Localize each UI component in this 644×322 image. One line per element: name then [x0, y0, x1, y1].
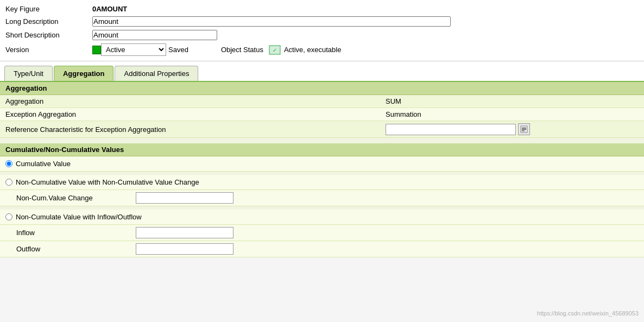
- reference-characteristic-label: Reference Characteristic for Exception A…: [5, 125, 386, 134]
- key-figure-value: 0AMOUNT: [92, 5, 127, 13]
- reference-characteristic-value: [386, 123, 639, 135]
- short-desc-label: Short Description: [5, 31, 92, 39]
- non-cumulative-change-label: Non-Cumulative Value with Non-Cumulative…: [16, 178, 199, 186]
- non-cumulative-change-radio-row: Non-Cumulative Value with Non-Cumulative…: [0, 175, 644, 190]
- aggregation-section-header: Aggregation: [0, 82, 644, 95]
- aggregation-field-value: SUM: [386, 97, 639, 105]
- non-cumulate-inflow-label: Non-Cumulate Value with Inflow/Outflow: [16, 213, 142, 221]
- tab-type-unit[interactable]: Type/Unit: [4, 66, 53, 81]
- outflow-row: Outflow: [0, 241, 644, 257]
- tab-additional-properties[interactable]: Additional Properties: [115, 66, 198, 81]
- non-cum-value-change-input[interactable]: [136, 192, 233, 204]
- content-area: Aggregation Aggregation SUM Exception Ag…: [0, 82, 644, 257]
- svg-rect-3: [522, 128, 526, 129]
- section-gap-1: [0, 138, 644, 143]
- outflow-input[interactable]: [136, 243, 233, 255]
- outflow-value: [136, 243, 233, 255]
- aggregation-field-label: Aggregation: [5, 97, 386, 105]
- aggregation-field-row: Aggregation SUM: [0, 95, 644, 108]
- svg-text:✓: ✓: [273, 47, 277, 53]
- tabs-container: Type/Unit Aggregation Additional Propert…: [0, 61, 644, 82]
- non-cumulative-change-radio[interactable]: [5, 179, 12, 186]
- svg-rect-4: [522, 129, 526, 130]
- cumulative-value-radio[interactable]: [5, 160, 12, 167]
- non-cumulate-inflow-radio-row: Non-Cumulate Value with Inflow/Outflow: [0, 210, 644, 225]
- object-status-label: Object Status: [221, 46, 263, 54]
- non-cum-value-change-value: [136, 192, 233, 204]
- outflow-label: Outflow: [16, 245, 136, 253]
- tab-additional-properties-label: Additional Properties: [124, 70, 189, 78]
- cumulative-value-label: Cumulative Value: [16, 160, 71, 168]
- non-cum-value-change-label: Non-Cum.Value Change: [16, 194, 136, 202]
- inflow-row: Inflow: [0, 225, 644, 241]
- tabs: Type/Unit Aggregation Additional Propert…: [4, 66, 644, 81]
- long-desc-row: Long Description: [5, 15, 639, 28]
- inflow-value: [136, 227, 233, 238]
- reference-characteristic-field-row: Reference Characteristic for Exception A…: [0, 121, 644, 138]
- active-executable-text: Active, executable: [284, 46, 342, 54]
- cumulative-section: Cumulative/Non-Cumulative Values Cumulat…: [0, 143, 644, 257]
- browse-icon: [520, 125, 528, 133]
- long-desc-input[interactable]: [92, 16, 451, 27]
- cumulative-value-radio-row: Cumulative Value: [0, 156, 644, 172]
- reference-characteristic-input[interactable]: [386, 124, 516, 135]
- version-label: Version: [5, 46, 92, 54]
- status-icon: ✓: [269, 45, 281, 55]
- exception-aggregation-field-row: Exception Aggregation Summation: [0, 108, 644, 121]
- reference-characteristic-browse-button[interactable]: [518, 123, 530, 135]
- key-figure-row: Key Figure 0AMOUNT: [5, 3, 639, 15]
- tab-aggregation[interactable]: Aggregation: [54, 66, 114, 81]
- non-cum-value-change-row: Non-Cum.Value Change: [0, 190, 644, 206]
- long-desc-label: Long Description: [5, 17, 92, 26]
- key-figure-label: Key Figure: [5, 5, 92, 13]
- status-icon-svg: ✓: [269, 45, 281, 55]
- tab-type-unit-label: Type/Unit: [14, 70, 43, 78]
- inflow-input[interactable]: [136, 227, 233, 238]
- non-cumulate-inflow-radio[interactable]: [5, 213, 12, 220]
- header-section: Key Figure 0AMOUNT Long Description Shor…: [0, 0, 644, 61]
- aggregation-section: Aggregation Aggregation SUM Exception Ag…: [0, 82, 644, 138]
- cumulative-section-header: Cumulative/Non-Cumulative Values: [0, 143, 644, 156]
- inflow-label: Inflow: [16, 229, 136, 237]
- version-row: Version Active Inactive Saved Object Sta…: [5, 42, 639, 58]
- short-desc-row: Short Description: [5, 28, 639, 42]
- tab-aggregation-label: Aggregation: [63, 70, 105, 78]
- saved-text: Saved: [168, 46, 188, 54]
- version-green-indicator: [92, 46, 101, 54]
- version-select[interactable]: Active Inactive: [101, 43, 166, 56]
- svg-rect-5: [522, 130, 525, 131]
- exception-aggregation-label: Exception Aggregation: [5, 110, 386, 118]
- exception-aggregation-value: Summation: [386, 110, 639, 118]
- short-desc-input[interactable]: [92, 30, 217, 40]
